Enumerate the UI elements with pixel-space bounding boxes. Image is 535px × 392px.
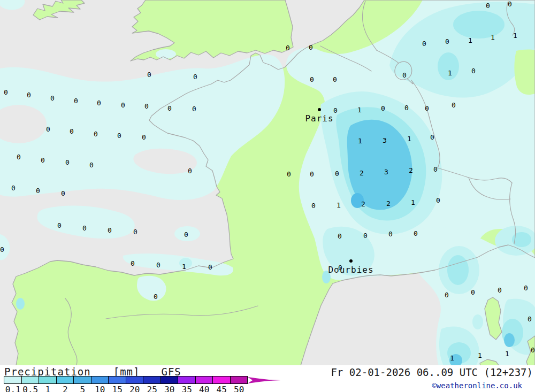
weather-map: 0000000000000000000000000000001110100001… — [0, 0, 535, 365]
precip-value: 0 — [147, 71, 151, 79]
precip-value: 0 — [531, 346, 535, 354]
precip-value: 0 — [89, 161, 94, 169]
legend-tick-label: 20 — [126, 385, 144, 392]
precip-value: 0 — [74, 97, 78, 105]
precip-value: 0 — [498, 286, 502, 294]
precip-value: 0 — [61, 189, 65, 197]
precip-value: 0 — [445, 291, 449, 299]
precip-value: 0 — [335, 170, 339, 178]
precip-value: 0 — [4, 88, 8, 96]
city-label: Paris — [305, 113, 333, 124]
legend-stop: 1 — [39, 376, 57, 392]
legend-tick-label: 50 — [231, 385, 248, 392]
legend-stop: 35 — [178, 376, 196, 392]
precip-value: 0 — [425, 104, 429, 112]
legend-footer: Precipitation[mm]GFS 0.10.51251015202530… — [0, 365, 535, 392]
copyright-watermark: ©weatheronline.co.uk — [432, 381, 522, 390]
precip-value: 0 — [188, 167, 192, 175]
precip-value: 1 — [337, 201, 341, 209]
precip-value: 0 — [193, 73, 197, 81]
city-dot — [318, 108, 321, 111]
precip-value: 0 — [528, 315, 532, 323]
precip-value: 0 — [156, 261, 160, 269]
precip-value: 0 — [436, 196, 440, 204]
precip-value: 0 — [184, 230, 188, 239]
legend-tick-label: 5 — [74, 385, 91, 392]
forecast-datetime: Fr 02-01-2026 06..09 UTC (12+237) — [331, 366, 533, 378]
precip-value: 0 — [133, 228, 137, 236]
precip-value: 0 — [50, 94, 55, 102]
precip-value: 0 — [192, 105, 196, 113]
precip-value: 0 — [311, 202, 316, 210]
precip-value: 0 — [452, 101, 456, 109]
precip-value: 0 — [167, 104, 172, 112]
legend-swatch — [178, 376, 196, 384]
precip-value: 3 — [384, 168, 388, 176]
precip-value: 0 — [445, 37, 449, 45]
precip-value: 0 — [486, 2, 490, 10]
city-dot — [349, 259, 353, 263]
legend-stop: 30 — [161, 376, 179, 392]
precip-value: 0 — [338, 232, 342, 240]
precip-value: 2 — [409, 166, 413, 174]
legend-swatch — [212, 376, 231, 384]
precip-value: 0 — [0, 245, 4, 253]
legend-swatch — [160, 376, 179, 384]
precip-value: 0 — [65, 158, 70, 166]
legend-tick-label: 0.1 — [4, 385, 22, 392]
precip-value: 1 — [411, 198, 415, 206]
legend-swatch — [195, 376, 213, 384]
legend-tick-label: 2 — [57, 385, 74, 392]
precip-value: 0 — [309, 43, 313, 51]
precip-value: 1 — [478, 351, 482, 359]
precip-value: 0 — [11, 184, 16, 192]
legend-stop: 20 — [126, 376, 144, 392]
legend-tick-label: 30 — [161, 385, 179, 392]
legend-swatch — [39, 376, 57, 384]
precip-value: 0 — [471, 67, 476, 75]
precip-value: 0 — [121, 101, 125, 109]
legend-stop: 45 — [213, 376, 231, 392]
precip-value: 1 — [513, 32, 517, 40]
precip-value: 0 — [471, 288, 475, 296]
legend-tick-label: 45 — [213, 385, 231, 392]
precip-value: 0 — [144, 102, 149, 110]
precip-value: 0 — [381, 104, 385, 112]
precip-value: 0 — [57, 221, 62, 229]
precip-value: 1 — [182, 263, 186, 271]
legend-tick-label: 15 — [109, 385, 126, 392]
precip-value: 1 — [407, 135, 411, 143]
precip-value: 1 — [491, 33, 495, 41]
legend-stop: 50 — [231, 376, 248, 392]
precip-value: 0 — [422, 40, 426, 48]
weather-map-screen: 0000000000000000000000000000001110100001… — [0, 0, 535, 392]
precip-value: 0 — [414, 229, 418, 237]
precip-value: 0 — [27, 91, 31, 99]
precip-value: 2 — [361, 200, 365, 208]
legend-swatch — [126, 376, 144, 384]
precip-value: 0 — [41, 156, 45, 164]
precip-value: 0 — [363, 232, 368, 240]
precip-value: 0 — [333, 106, 338, 114]
legend-swatch — [108, 376, 126, 384]
precip-value: 0 — [131, 259, 135, 267]
precip-value: 0 — [388, 230, 393, 238]
precip-value: 0 — [154, 293, 158, 301]
map-svg: 0000000000000000000000000000001110100001… — [0, 0, 535, 365]
precip-value: 0 — [142, 133, 146, 141]
precip-value: 3 — [383, 136, 387, 144]
legend-stop: 5 — [74, 376, 91, 392]
precip-value: 1 — [357, 106, 362, 114]
precip-value: 1 — [505, 350, 509, 358]
precip-value: 0 — [430, 133, 434, 141]
legend-tick-label: 0.5 — [22, 385, 40, 392]
legend-swatch — [21, 376, 40, 384]
legend-stop: 15 — [109, 376, 126, 392]
precip-value: 0 — [508, 0, 512, 8]
precip-value: 2 — [360, 169, 364, 177]
legend-stop: 0.1 — [4, 376, 22, 392]
precip-value: 0 — [82, 224, 87, 232]
legend-tick-label: 40 — [196, 385, 213, 392]
legend-swatch — [4, 376, 22, 384]
precip-value: 0 — [433, 165, 438, 173]
